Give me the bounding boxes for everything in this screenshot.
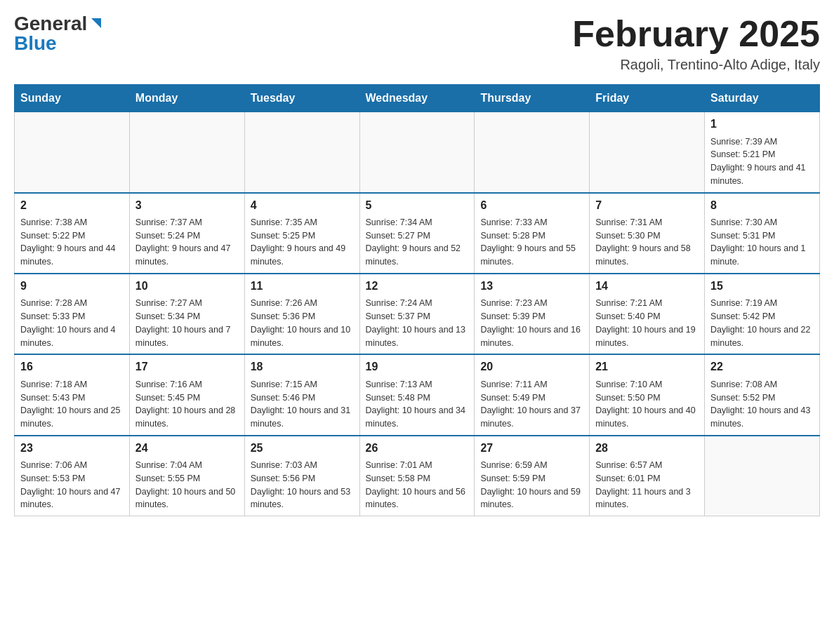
day-number: 9 [20,279,124,294]
day-number: 18 [251,359,354,375]
title-area: February 2025 Ragoli, Trentino-Alto Adig… [572,14,820,73]
calendar-week-row: 1Sunrise: 7:39 AMSunset: 5:21 PMDaylight… [15,112,820,193]
calendar-cell: 4Sunrise: 7:35 AMSunset: 5:25 PMDaylight… [244,193,359,274]
day-info: Sunrise: 7:18 AMSunset: 5:43 PMDaylight:… [20,378,124,431]
day-info: Sunrise: 7:23 AMSunset: 5:39 PMDaylight:… [480,297,583,349]
calendar-cell: 14Sunrise: 7:21 AMSunset: 5:40 PMDayligh… [590,274,705,354]
calendar-cell [129,112,244,193]
day-number: 20 [480,359,583,375]
calendar-cell: 1Sunrise: 7:39 AMSunset: 5:21 PMDaylight… [705,112,820,193]
day-info: Sunrise: 7:39 AMSunset: 5:21 PMDaylight:… [710,135,814,188]
calendar-cell: 28Sunrise: 6:57 AMSunset: 6:01 PMDayligh… [590,436,705,516]
calendar-cell: 25Sunrise: 7:03 AMSunset: 5:56 PMDayligh… [244,436,359,516]
day-number: 23 [20,441,124,456]
logo-arrow-icon [88,15,104,31]
day-number: 1 [710,116,814,132]
day-info: Sunrise: 7:27 AMSunset: 5:34 PMDaylight:… [135,297,239,349]
day-number: 14 [595,279,699,294]
logo-general-text: General [14,14,87,34]
day-number: 16 [20,359,124,375]
calendar-cell: 23Sunrise: 7:06 AMSunset: 5:53 PMDayligh… [15,436,130,516]
day-info: Sunrise: 7:33 AMSunset: 5:28 PMDaylight:… [480,216,583,269]
day-info: Sunrise: 6:57 AMSunset: 6:01 PMDaylight:… [595,459,699,511]
day-number: 22 [710,359,814,375]
day-info: Sunrise: 7:24 AMSunset: 5:37 PMDaylight:… [366,297,469,349]
day-info: Sunrise: 7:28 AMSunset: 5:33 PMDaylight:… [20,297,124,349]
day-number: 19 [366,359,469,375]
calendar-cell [705,436,820,516]
day-info: Sunrise: 7:13 AMSunset: 5:48 PMDaylight:… [366,378,469,431]
calendar-cell: 12Sunrise: 7:24 AMSunset: 5:37 PMDayligh… [359,274,475,354]
calendar-cell: 9Sunrise: 7:28 AMSunset: 5:33 PMDaylight… [15,274,130,354]
day-number: 8 [710,198,814,213]
calendar-cell: 3Sunrise: 7:37 AMSunset: 5:24 PMDaylight… [129,193,244,274]
calendar-cell: 6Sunrise: 7:33 AMSunset: 5:28 PMDaylight… [475,193,590,274]
calendar-cell: 18Sunrise: 7:15 AMSunset: 5:46 PMDayligh… [244,354,359,435]
day-info: Sunrise: 7:21 AMSunset: 5:40 PMDaylight:… [595,297,699,349]
day-header-tuesday: Tuesday [244,85,359,112]
day-info: Sunrise: 7:08 AMSunset: 5:52 PMDaylight:… [710,378,814,431]
day-number: 24 [135,441,239,456]
day-number: 3 [135,198,239,213]
day-header-saturday: Saturday [705,85,820,112]
day-info: Sunrise: 7:26 AMSunset: 5:36 PMDaylight:… [251,297,354,349]
day-number: 6 [480,198,583,213]
day-info: Sunrise: 7:37 AMSunset: 5:24 PMDaylight:… [135,216,239,269]
calendar-header-row: SundayMondayTuesdayWednesdayThursdayFrid… [15,85,820,112]
day-info: Sunrise: 7:06 AMSunset: 5:53 PMDaylight:… [20,459,124,511]
calendar-week-row: 23Sunrise: 7:06 AMSunset: 5:53 PMDayligh… [15,436,820,516]
calendar-week-row: 16Sunrise: 7:18 AMSunset: 5:43 PMDayligh… [15,354,820,435]
calendar-cell: 17Sunrise: 7:16 AMSunset: 5:45 PMDayligh… [129,354,244,435]
calendar-cell: 24Sunrise: 7:04 AMSunset: 5:55 PMDayligh… [129,436,244,516]
calendar-cell: 22Sunrise: 7:08 AMSunset: 5:52 PMDayligh… [705,354,820,435]
day-header-friday: Friday [590,85,705,112]
svg-marker-0 [91,18,101,28]
calendar-week-row: 9Sunrise: 7:28 AMSunset: 5:33 PMDaylight… [15,274,820,354]
day-number: 2 [20,198,124,213]
day-number: 10 [135,279,239,294]
day-info: Sunrise: 7:01 AMSunset: 5:58 PMDaylight:… [366,459,469,511]
calendar-table: SundayMondayTuesdayWednesdayThursdayFrid… [14,84,820,516]
day-number: 4 [251,198,354,213]
day-info: Sunrise: 7:15 AMSunset: 5:46 PMDaylight:… [251,378,354,431]
calendar-cell: 7Sunrise: 7:31 AMSunset: 5:30 PMDaylight… [590,193,705,274]
day-info: Sunrise: 7:30 AMSunset: 5:31 PMDaylight:… [710,216,814,269]
day-header-wednesday: Wednesday [359,85,475,112]
calendar-cell: 10Sunrise: 7:27 AMSunset: 5:34 PMDayligh… [129,274,244,354]
day-number: 28 [595,441,699,456]
calendar-cell: 13Sunrise: 7:23 AMSunset: 5:39 PMDayligh… [475,274,590,354]
day-number: 26 [366,441,469,456]
day-info: Sunrise: 7:11 AMSunset: 5:49 PMDaylight:… [480,378,583,431]
day-header-thursday: Thursday [475,85,590,112]
calendar-cell [475,112,590,193]
calendar-cell [15,112,130,193]
day-info: Sunrise: 7:19 AMSunset: 5:42 PMDaylight:… [710,297,814,349]
calendar-subtitle: Ragoli, Trentino-Alto Adige, Italy [572,57,820,73]
calendar-cell: 5Sunrise: 7:34 AMSunset: 5:27 PMDaylight… [359,193,475,274]
logo: General Blue [14,14,104,53]
day-number: 13 [480,279,583,294]
calendar-title: February 2025 [572,14,820,54]
day-info: Sunrise: 7:10 AMSunset: 5:50 PMDaylight:… [595,378,699,431]
day-number: 7 [595,198,699,213]
calendar-week-row: 2Sunrise: 7:38 AMSunset: 5:22 PMDaylight… [15,193,820,274]
calendar-cell: 21Sunrise: 7:10 AMSunset: 5:50 PMDayligh… [590,354,705,435]
logo-blue-text: Blue [14,34,57,53]
day-number: 17 [135,359,239,375]
calendar-cell [590,112,705,193]
day-info: Sunrise: 6:59 AMSunset: 5:59 PMDaylight:… [480,459,583,511]
day-number: 12 [366,279,469,294]
calendar-cell: 15Sunrise: 7:19 AMSunset: 5:42 PMDayligh… [705,274,820,354]
day-number: 21 [595,359,699,375]
calendar-cell: 27Sunrise: 6:59 AMSunset: 5:59 PMDayligh… [475,436,590,516]
day-info: Sunrise: 7:31 AMSunset: 5:30 PMDaylight:… [595,216,699,269]
calendar-cell: 20Sunrise: 7:11 AMSunset: 5:49 PMDayligh… [475,354,590,435]
day-info: Sunrise: 7:35 AMSunset: 5:25 PMDaylight:… [251,216,354,269]
day-header-sunday: Sunday [15,85,130,112]
day-info: Sunrise: 7:38 AMSunset: 5:22 PMDaylight:… [20,216,124,269]
day-header-monday: Monday [129,85,244,112]
day-info: Sunrise: 7:34 AMSunset: 5:27 PMDaylight:… [366,216,469,269]
day-info: Sunrise: 7:16 AMSunset: 5:45 PMDaylight:… [135,378,239,431]
day-number: 25 [251,441,354,456]
calendar-cell [359,112,475,193]
